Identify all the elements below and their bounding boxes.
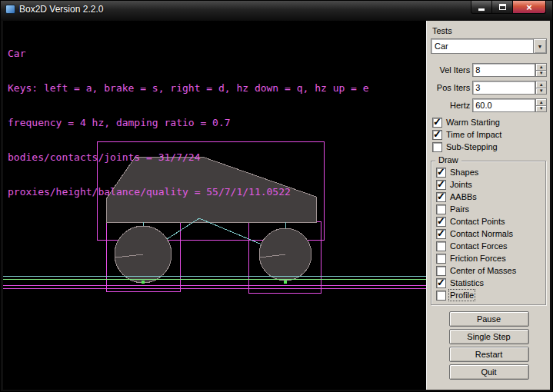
checkbox-label: Shapes: [450, 168, 478, 177]
pos-iters-label: Pos Iters: [431, 83, 470, 92]
check-icon: ✓: [437, 178, 445, 190]
quit-button[interactable]: Quit: [449, 364, 529, 380]
close-button[interactable]: ×: [512, 1, 546, 14]
arrow-up-icon: ▲: [539, 82, 544, 87]
arrow-down-icon: ▼: [539, 71, 544, 75]
tests-dropdown-value[interactable]: Car: [431, 39, 533, 53]
checkbox-label: Center of Masses: [450, 266, 516, 275]
hertz-row: Hertz ▲ ▼: [431, 98, 547, 112]
maximize-icon: [499, 4, 506, 10]
pause-button[interactable]: Pause: [449, 311, 529, 327]
pos-iters-input[interactable]: [472, 81, 535, 95]
debug-line-frequency: frequency = 4 hz, damping ratio = 0.7: [8, 117, 369, 128]
vel-iters-spinner: ▲ ▼: [535, 63, 547, 77]
checkbox-label: Contact Forces: [450, 241, 508, 251]
checkbox-contact-forces[interactable]: ✓ Contact Forces: [436, 240, 544, 252]
window-title: Box2D Version 2.2.0: [19, 4, 103, 15]
arrow-down-icon: ▼: [539, 106, 544, 111]
tests-dropdown-button[interactable]: ▼: [533, 39, 546, 53]
checkbox-profile[interactable]: ✓ Profile: [436, 289, 544, 301]
app-window: Box2D Version 2.2.0 ×: [0, 0, 553, 392]
debug-text: Car Keys: left = a, brake = s, right = d…: [8, 25, 369, 221]
check-icon: ✓: [437, 166, 445, 178]
arrow-up-icon: ▲: [539, 100, 544, 105]
checkbox-box: ✓: [436, 254, 446, 264]
checkbox-joints[interactable]: ✓ Joints: [436, 178, 544, 191]
debug-line-proxies: proxies/height/balance/quality = 55/7/1/…: [8, 186, 369, 198]
arrow-down-icon: ▼: [539, 88, 544, 93]
checkbox-pairs[interactable]: ✓ Pairs: [436, 203, 544, 215]
check-icon: ✓: [437, 228, 445, 239]
checkbox-box: ✓: [436, 229, 446, 239]
checkbox-label: Contact Normals: [450, 229, 513, 238]
hertz-up-button[interactable]: ▲: [535, 98, 547, 105]
maximize-button[interactable]: [492, 1, 512, 14]
app-icon: [5, 5, 15, 14]
checkbox-label: Time of Impact: [446, 130, 501, 139]
checkbox-statistics[interactable]: ✓ Statistics: [436, 277, 544, 289]
close-icon: ×: [526, 2, 532, 13]
debug-line-keys: Keys: left = a, brake = s, right = d, hz…: [8, 82, 369, 94]
hertz-label: Hertz: [431, 101, 470, 110]
checkbox-box: ✓: [436, 217, 446, 227]
minimize-icon: [478, 8, 485, 11]
tests-dropdown[interactable]: Car ▼: [431, 38, 547, 54]
restart-button[interactable]: Restart: [449, 347, 529, 362]
checkbox-box: ✓: [432, 130, 442, 140]
draw-groupbox: Draw ✓ Shapes ✓ Joints ✓ AABBs ✓ Pairs: [431, 161, 546, 305]
vel-iters-label: Vel Iters: [431, 65, 470, 75]
window-content: Car Keys: left = a, brake = s, right = d…: [1, 21, 552, 390]
hertz-input[interactable]: [472, 98, 535, 112]
vel-iters-input[interactable]: [472, 63, 535, 77]
checkbox-box: ✓: [436, 168, 446, 178]
contact-point-rear: [284, 281, 287, 284]
checkbox-box: ✓: [432, 142, 442, 152]
checkbox-label: Profile: [450, 291, 474, 300]
checkbox-shapes[interactable]: ✓ Shapes: [436, 166, 544, 178]
vel-iters-up-button[interactable]: ▲: [535, 63, 547, 70]
checkbox-center-of-masses[interactable]: ✓ Center of Masses: [436, 264, 544, 277]
checkbox-aabbs[interactable]: ✓ AABBs: [436, 191, 544, 203]
arrow-up-icon: ▲: [539, 65, 544, 69]
check-icon: ✓: [437, 215, 445, 227]
window-controls: ×: [471, 1, 546, 14]
titlebar[interactable]: Box2D Version 2.2.0 ×: [1, 1, 552, 21]
checkbox-box: ✓: [436, 291, 446, 301]
simulation-canvas[interactable]: Car Keys: left = a, brake = s, right = d…: [3, 21, 426, 390]
hertz-down-button[interactable]: ▼: [535, 105, 547, 113]
checkbox-sub-stepping[interactable]: ✓ Sub-Stepping: [432, 141, 547, 153]
minimize-button[interactable]: [471, 1, 492, 14]
checkbox-box: ✓: [436, 204, 446, 214]
checkbox-label: Contact Points: [450, 217, 505, 226]
checkbox-contact-normals[interactable]: ✓ Contact Normals: [436, 228, 544, 240]
action-buttons: Pause Single Step Restart Quit: [431, 311, 547, 380]
checkbox-label: Joints: [450, 180, 472, 189]
hertz-spinner: ▲ ▼: [535, 98, 547, 112]
checkbox-box: ✓: [436, 192, 446, 202]
checkbox-label: Sub-Stepping: [446, 142, 498, 151]
checkbox-label: Friction Forces: [450, 254, 506, 263]
draw-group-title: Draw: [435, 155, 461, 164]
vel-iters-row: Vel Iters ▲ ▼: [431, 63, 547, 77]
checkbox-box: ✓: [436, 278, 446, 288]
pos-iters-down-button[interactable]: ▼: [535, 88, 547, 95]
pos-iters-up-button[interactable]: ▲: [535, 81, 547, 88]
checkbox-warm-starting[interactable]: ✓ Warm Starting: [432, 116, 547, 128]
chevron-down-icon: ▼: [538, 44, 543, 49]
debug-line-counts: bodies/contacts/joints = 31/7/24: [8, 151, 369, 163]
debug-line-title: Car: [8, 48, 369, 59]
checkbox-contact-points[interactable]: ✓ Contact Points: [436, 215, 544, 228]
checkbox-box: ✓: [436, 266, 446, 276]
checkbox-time-of-impact[interactable]: ✓ Time of Impact: [432, 128, 547, 141]
checkbox-box: ✓: [436, 180, 446, 190]
vel-iters-down-button[interactable]: ▼: [535, 70, 547, 78]
contact-point-front: [142, 281, 145, 284]
check-icon: ✓: [433, 128, 441, 140]
pos-iters-row: Pos Iters ▲ ▼: [431, 81, 547, 95]
checkbox-label: Statistics: [450, 278, 484, 287]
pos-iters-spinner: ▲ ▼: [535, 81, 547, 95]
single-step-button[interactable]: Single Step: [449, 329, 529, 344]
checkbox-label: AABBs: [450, 192, 477, 201]
control-panel: Tests Car ▼ Vel Iters ▲ ▼ Pos Iters ▲ ▼: [426, 21, 550, 390]
checkbox-friction-forces[interactable]: ✓ Friction Forces: [436, 252, 544, 264]
